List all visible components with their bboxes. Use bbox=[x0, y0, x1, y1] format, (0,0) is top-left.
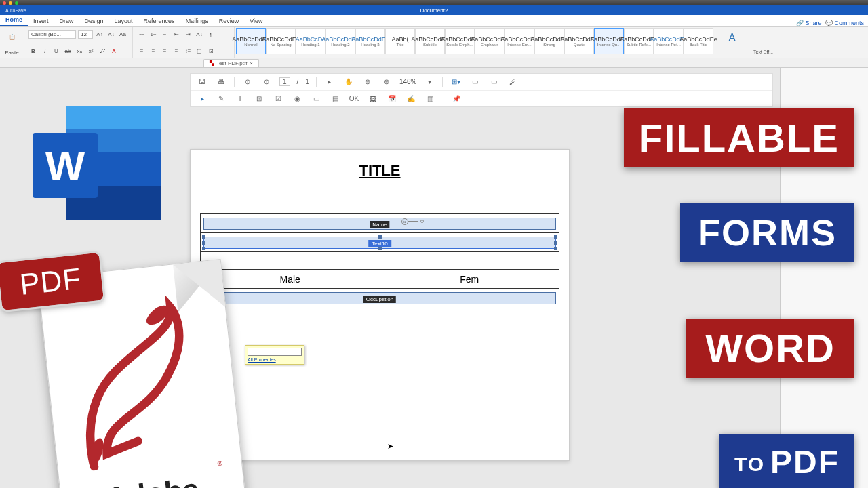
subscript-icon[interactable]: x₂ bbox=[75, 46, 84, 56]
signature-icon[interactable]: ✍ bbox=[405, 92, 417, 104]
numbering-icon[interactable]: 1≡ bbox=[149, 29, 158, 39]
next-page-icon[interactable]: ⊙ bbox=[260, 76, 273, 88]
radio-icon[interactable]: ◉ bbox=[291, 92, 303, 104]
ruler-icon[interactable]: ⊞▾ bbox=[450, 76, 462, 88]
tab-review[interactable]: Review bbox=[214, 16, 245, 26]
tab-view[interactable]: View bbox=[244, 16, 268, 26]
zoom-dropdown-icon[interactable]: ▾ bbox=[423, 76, 435, 88]
reading-icon[interactable]: ▭ bbox=[488, 76, 500, 88]
name-field[interactable]: Name bbox=[203, 218, 556, 230]
text10-field[interactable]: Text10 bbox=[203, 237, 556, 249]
justify-icon[interactable]: ≡ bbox=[172, 46, 181, 56]
hand-icon[interactable]: ✋ bbox=[342, 76, 355, 88]
zoom-in-icon[interactable]: ⊕ bbox=[380, 76, 393, 88]
shading-icon[interactable]: ▢ bbox=[195, 46, 204, 56]
sort-icon[interactable]: A↓ bbox=[195, 29, 204, 39]
align-right-icon[interactable]: ≡ bbox=[160, 46, 170, 56]
page-current[interactable]: 1 bbox=[279, 77, 290, 86]
share-button[interactable]: 🔗 Share bbox=[796, 20, 821, 26]
increase-font-icon[interactable]: A↑ bbox=[95, 29, 104, 39]
align-left-icon[interactable]: ≡ bbox=[137, 46, 146, 56]
all-properties-link[interactable]: All Properties bbox=[248, 357, 302, 362]
maximize-dot-icon[interactable] bbox=[15, 1, 18, 5]
font-size-select[interactable]: 12 bbox=[78, 30, 93, 39]
pdf-tab-bar: ▚ Test PDF.pdf × bbox=[0, 58, 868, 68]
adobe-swoosh-icon bbox=[53, 288, 226, 473]
paste-label: Paste bbox=[5, 49, 18, 56]
bullets-icon[interactable]: •≡ bbox=[137, 29, 146, 39]
tab-design[interactable]: Design bbox=[79, 16, 109, 26]
row-gender: Male Fem bbox=[201, 270, 559, 289]
text-field-icon[interactable]: T bbox=[234, 92, 246, 104]
font-color-icon[interactable]: A bbox=[109, 46, 119, 56]
list-field-icon[interactable]: ▤ bbox=[329, 92, 341, 104]
pointer-icon[interactable]: ▸ bbox=[323, 76, 336, 88]
change-case-icon[interactable]: Aa bbox=[118, 29, 127, 39]
style-heading-3[interactable]: AaBbCcDdEeHeading 3 bbox=[355, 28, 385, 54]
save-icon[interactable]: 🖫 bbox=[196, 76, 208, 88]
zoom-out-icon[interactable]: ⊖ bbox=[361, 76, 374, 88]
name-field-label: Name bbox=[370, 221, 389, 228]
tab-mailings[interactable]: Mailings bbox=[180, 16, 214, 26]
pdf-document-tab[interactable]: ▚ Test PDF.pdf × bbox=[203, 59, 259, 67]
tab-home[interactable]: Home bbox=[0, 14, 28, 26]
field-name-input[interactable] bbox=[248, 348, 302, 356]
multilevel-icon[interactable]: ≡ bbox=[160, 29, 170, 39]
line-spacing-icon[interactable]: ↕≡ bbox=[183, 46, 193, 56]
decrease-font-icon[interactable]: A↓ bbox=[106, 29, 116, 39]
superscript-icon[interactable]: x² bbox=[86, 46, 96, 56]
tab-references[interactable]: References bbox=[138, 16, 180, 26]
underline-icon[interactable]: U bbox=[52, 46, 61, 56]
style-book-title[interactable]: AaBbCcDdEeBook Title bbox=[684, 28, 713, 54]
show-marks-icon[interactable]: ¶ bbox=[206, 29, 216, 39]
pdf-toolbar: 🖫 🖶 ⊙ ⊙ 1 / 1 ▸ ✋ ⊖ ⊕ 146% ▾ ⊞▾ ▭ ▭ 🖊 ▸ … bbox=[190, 73, 773, 107]
align-center-icon[interactable]: ≡ bbox=[149, 46, 158, 56]
italic-icon[interactable]: I bbox=[40, 46, 50, 56]
minimize-dot-icon[interactable] bbox=[9, 1, 12, 5]
dropdown-field-icon[interactable]: ▭ bbox=[310, 92, 322, 104]
date-field-icon[interactable]: 📅 bbox=[386, 92, 398, 104]
close-tab-icon[interactable]: × bbox=[250, 60, 253, 66]
select-tool-icon[interactable]: ▸ bbox=[196, 92, 208, 104]
occupation-field[interactable]: Occupation bbox=[203, 292, 556, 304]
indent-right-icon[interactable]: ⇥ bbox=[183, 29, 193, 39]
row-blank: ➤ bbox=[201, 252, 559, 270]
barcode-icon[interactable]: ▥ bbox=[424, 92, 436, 104]
image-field-icon[interactable]: 🖾 bbox=[367, 92, 379, 104]
field-endpoint-icon bbox=[420, 220, 424, 223]
tab-layout[interactable]: Layout bbox=[109, 16, 138, 26]
highlight-icon[interactable]: 🖍 bbox=[98, 46, 107, 56]
pdf-page: TITLE Name × Text10 ➤ bbox=[190, 149, 570, 461]
style-no-spacing[interactable]: AaBbCcDdEeNo Spacing bbox=[266, 28, 296, 54]
strike-icon[interactable]: ab bbox=[63, 46, 73, 56]
row-occupation: Occupation bbox=[201, 289, 559, 308]
borders-icon[interactable]: ⊡ bbox=[206, 46, 216, 56]
highlight-tool-icon[interactable]: 🖊 bbox=[507, 76, 519, 88]
checkbox-icon[interactable]: ☑ bbox=[272, 92, 284, 104]
paste-icon[interactable]: 📋 bbox=[5, 29, 20, 44]
tab-draw[interactable]: Draw bbox=[54, 16, 79, 26]
pdf-tab-label: Test PDF.pdf bbox=[216, 60, 247, 66]
close-dot-icon[interactable] bbox=[3, 1, 6, 5]
comments-button[interactable]: 💬 Comments bbox=[825, 20, 864, 26]
button-field-icon[interactable]: OK bbox=[348, 92, 360, 104]
tab-insert[interactable]: Insert bbox=[28, 16, 54, 26]
gender-male-cell[interactable]: Male bbox=[201, 270, 380, 288]
print-icon[interactable]: 🖶 bbox=[215, 76, 227, 88]
page-display-icon[interactable]: ▭ bbox=[469, 76, 481, 88]
gender-female-cell[interactable]: Fem bbox=[380, 270, 559, 288]
prev-page-icon[interactable]: ⊙ bbox=[241, 76, 254, 88]
edit-tool-icon[interactable]: ✎ bbox=[215, 92, 227, 104]
textbox-icon[interactable]: ⊡ bbox=[253, 92, 265, 104]
text-effects-label[interactable]: Text Eff... bbox=[753, 49, 775, 54]
font-family-select[interactable]: Calibri (Bo... bbox=[28, 30, 76, 39]
styles-gallery[interactable]: AaBbCcDdEeNormalAaBbCcDdEeNo SpacingAaBb… bbox=[236, 28, 713, 54]
zoom-value[interactable]: 146% bbox=[399, 78, 417, 85]
form-table: Name × Text10 ➤ Male Fem bbox=[200, 214, 559, 308]
banner-word: WORD bbox=[686, 319, 854, 378]
indent-left-icon[interactable]: ⇤ bbox=[172, 29, 181, 39]
styles-pane-icon[interactable]: A bbox=[724, 29, 741, 47]
delete-field-icon[interactable]: × bbox=[401, 218, 408, 225]
bold-icon[interactable]: B bbox=[28, 46, 38, 56]
pin-icon[interactable]: 📌 bbox=[450, 92, 462, 104]
